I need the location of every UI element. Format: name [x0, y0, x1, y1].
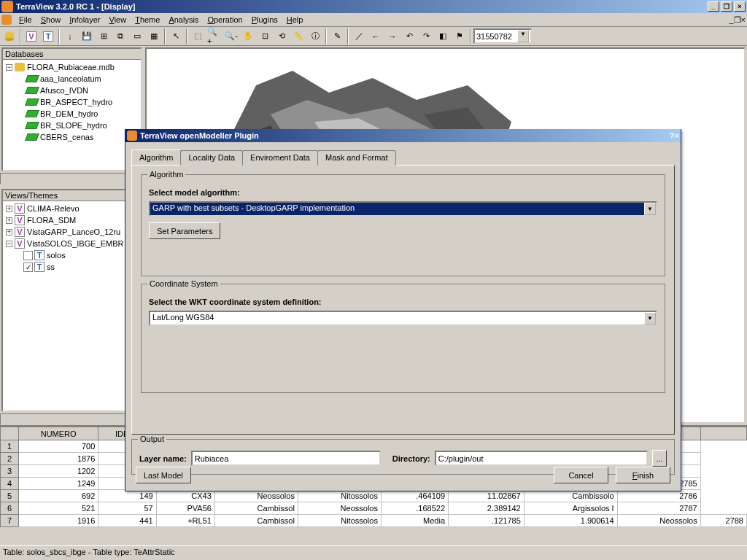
- database-icon[interactable]: [1, 28, 18, 44]
- tab-locality-data[interactable]: Locality Data: [180, 150, 243, 166]
- expand-icon[interactable]: +: [6, 217, 12, 224]
- draw-icon[interactable]: ／: [351, 28, 367, 44]
- last-model-button[interactable]: Last Model: [136, 467, 191, 483]
- tab-environment-data[interactable]: Enviroment Data: [242, 150, 318, 166]
- chevron-down-icon[interactable]: ▼: [517, 30, 529, 42]
- table-cell: 2788: [700, 515, 746, 527]
- layer-item[interactable]: BR_SLOPE_hydro: [4, 120, 139, 131]
- statusbar: Table: solos_sbcs_ibge - Table type: TeA…: [0, 545, 747, 560]
- save-icon[interactable]: 💾: [79, 28, 95, 44]
- finish-button[interactable]: Finish: [616, 467, 670, 483]
- tab-algorithm[interactable]: Algorithm: [131, 149, 181, 165]
- table-cell: 1249: [19, 478, 98, 490]
- chevron-down-icon[interactable]: ▼: [644, 312, 656, 324]
- tile-icon[interactable]: ⊞: [96, 28, 112, 44]
- view-icon: V: [15, 227, 25, 237]
- column-header[interactable]: [1, 427, 19, 440]
- zoom-in-icon[interactable]: 🔍+: [206, 28, 222, 44]
- db-root[interactable]: − FLORA_Rubiaceae.mdb: [4, 61, 139, 73]
- table-row[interactable]: 5692149CX43NeossolosNitossolos.46410911.…: [1, 490, 747, 502]
- cancel-button[interactable]: Cancel: [554, 467, 608, 483]
- theme-checkbox[interactable]: [23, 251, 33, 260]
- redo-icon[interactable]: ↷: [418, 28, 434, 44]
- reset-icon[interactable]: ⟲: [274, 28, 290, 44]
- menu-theme[interactable]: Theme: [131, 15, 164, 25]
- select-icon[interactable]: ◧: [435, 28, 451, 44]
- view-item[interactable]: +VCLIMA-Relevo: [4, 203, 139, 214]
- menu-file[interactable]: File: [15, 15, 36, 25]
- multi-window-icon[interactable]: ⧉: [112, 28, 128, 44]
- column-header[interactable]: [700, 427, 746, 440]
- zoom-extent-icon[interactable]: ⊡: [257, 28, 273, 44]
- measure-icon[interactable]: 📏: [290, 28, 306, 44]
- expand-icon[interactable]: +: [6, 229, 12, 236]
- menu-plugins[interactable]: Plugins: [247, 15, 282, 25]
- menu-view[interactable]: View: [104, 15, 131, 25]
- layer-icon: [25, 133, 39, 141]
- undo-icon[interactable]: ↶: [401, 28, 417, 44]
- layer-item[interactable]: aaa_lanceolatum: [4, 73, 139, 85]
- edit-icon[interactable]: ✎: [329, 28, 345, 44]
- directory-input[interactable]: [435, 451, 648, 466]
- theme-item[interactable]: ✓Tss: [4, 261, 139, 273]
- layer-label: BR_DEM_hydro: [40, 108, 98, 120]
- theme-icon[interactable]: T: [40, 28, 56, 44]
- browse-button[interactable]: ...: [652, 450, 667, 467]
- view-icon[interactable]: V: [23, 28, 39, 44]
- minimize-button[interactable]: _: [708, 1, 719, 12]
- theme-checkbox[interactable]: ✓: [23, 262, 33, 272]
- db-scroll-h[interactable]: [0, 173, 144, 184]
- layer-item[interactable]: CBERS_cenas: [4, 131, 139, 143]
- close-button[interactable]: ×: [734, 1, 746, 12]
- databases-tree[interactable]: − FLORA_Rubiaceae.mdb aaa_lanceolatumAfu…: [3, 60, 141, 170]
- menu-help[interactable]: Help: [282, 15, 308, 25]
- layer-item[interactable]: BR_DEM_hydro: [4, 108, 139, 120]
- algorithm-combo[interactable]: GARP with best subsets - DesktopGARP imp…: [149, 201, 657, 217]
- info-icon[interactable]: ⓘ: [307, 28, 323, 44]
- zoom-out-icon[interactable]: 🔍-: [223, 28, 239, 44]
- grid-icon[interactable]: ▦: [146, 28, 162, 44]
- menu-show[interactable]: Show: [36, 15, 66, 25]
- pan-icon[interactable]: ✋: [240, 28, 256, 44]
- dialog-help-button[interactable]: ?: [670, 131, 675, 140]
- table-row[interactable]: 71916441+RL51CambissolNitossolosMedia.12…: [1, 515, 747, 527]
- next-icon[interactable]: →: [384, 28, 400, 44]
- layer-item[interactable]: BR_ASPECT_hydro: [4, 96, 139, 108]
- dialog-titlebar[interactable]: TerraView openModeller Plugin ? ×: [125, 129, 681, 142]
- view-item[interactable]: −VVistaSOLOS_IBGE_EMBR: [4, 238, 139, 249]
- mdi-close-button[interactable]: ×: [741, 15, 746, 24]
- tab-mask-format[interactable]: Mask and Format: [317, 150, 396, 166]
- maximize-button[interactable]: ❐: [721, 1, 732, 12]
- column-header[interactable]: NUMERO: [19, 427, 98, 440]
- flag-icon[interactable]: ⚑: [452, 28, 468, 44]
- expand-icon[interactable]: +: [6, 206, 12, 212]
- window-icon[interactable]: ▭: [129, 28, 145, 44]
- mdi-restore-button[interactable]: ❐: [734, 15, 741, 25]
- view-item[interactable]: +VVistaGARP_LanceO_12ru: [4, 226, 139, 238]
- dialog-close-button[interactable]: ×: [675, 131, 679, 140]
- theme-item[interactable]: Tsolos: [4, 249, 139, 261]
- menu-analysis[interactable]: Analysis: [164, 15, 203, 25]
- view-item[interactable]: +VFLORA_SDM: [4, 214, 139, 226]
- set-parameters-button[interactable]: Set Parameters: [149, 222, 220, 239]
- menu-operation[interactable]: Operation: [203, 15, 247, 25]
- import-icon[interactable]: ↓: [62, 28, 78, 44]
- table-cell: 7: [1, 515, 19, 527]
- coord-combo[interactable]: Lat/Long WGS84 ▼: [149, 311, 657, 326]
- theme-label: solos: [47, 249, 66, 261]
- zoom-area-icon[interactable]: ⬚: [190, 28, 206, 44]
- table-row[interactable]: 652157PVA56CambissolNeossolos.1685222.38…: [1, 502, 747, 515]
- theme-icon: T: [34, 262, 44, 272]
- prev-icon[interactable]: ←: [368, 28, 384, 44]
- collapse-icon[interactable]: −: [6, 64, 12, 71]
- layer-item[interactable]: Afusco_IVDN: [4, 85, 139, 96]
- pointer-icon[interactable]: ↖: [168, 28, 184, 44]
- views-tree[interactable]: +VCLIMA-Relevo+VFLORA_SDM+VVistaGARP_Lan…: [3, 201, 141, 411]
- layer-name-input[interactable]: [191, 451, 381, 466]
- expand-icon[interactable]: −: [6, 241, 12, 247]
- menu-infolayer[interactable]: Infolayer: [65, 15, 104, 25]
- db-name: FLORA_Rubiaceae.mdb: [27, 61, 115, 73]
- views-scroll-h[interactable]: [0, 413, 144, 425]
- chevron-down-icon[interactable]: ▼: [644, 203, 656, 215]
- scale-combo[interactable]: 31550782 ▼: [473, 28, 532, 44]
